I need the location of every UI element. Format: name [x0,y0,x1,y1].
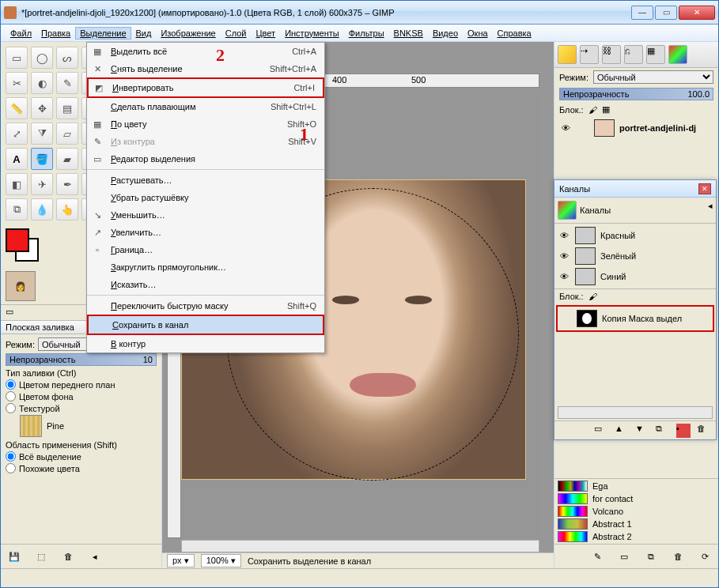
align-tool[interactable]: ▤ [56,97,78,119]
menu-item[interactable]: Убрать растушёвку [87,189,324,206]
area-opt-sim[interactable]: Похожие цвета [6,463,157,473]
ch-down-icon[interactable]: ▼ [635,424,649,438]
channel-mask-row[interactable]: Копия Маска выдел [556,305,714,332]
grad-item[interactable]: Volcano [558,506,715,517]
airbrush-tool[interactable]: ✈ [31,173,53,195]
channels-tab-icon[interactable]: ⇢ [580,45,599,64]
persp-tool[interactable]: ▱ [56,122,78,145]
refresh-grad-icon[interactable]: ⟳ [696,548,713,565]
ch-new-icon[interactable]: ▭ [594,424,608,438]
perspclone-tool[interactable]: ⧉ [6,198,28,220]
menu-item[interactable]: ↗Увеличить… [87,224,324,241]
lock-icon[interactable]: 🖌 [588,292,597,301]
channels-tab-menu-icon[interactable]: ◂ [708,201,713,220]
grad-item[interactable]: for contact [558,493,715,504]
measure-tool[interactable]: 📏 [6,97,28,119]
delete-icon[interactable]: 🗑 [59,548,77,565]
reset-icon[interactable]: ◂ [86,548,104,565]
menu-item[interactable]: ✕Снять выделениеShift+Ctrl+A [87,60,324,77]
menu-tools[interactable]: Инструменты [280,27,344,40]
eye-icon[interactable]: 👁 [559,123,572,133]
menu-windows[interactable]: Окна [463,27,493,40]
save-icon[interactable]: 💾 [6,548,23,565]
foreground-tool[interactable]: ◐ [31,72,53,94]
edit-grad-icon[interactable]: ✎ [588,548,606,565]
zoom-select[interactable]: 100% ▾ [201,554,241,567]
text-tool[interactable]: A [6,148,28,170]
menu-item[interactable]: ↘Уменьшить… [87,206,324,224]
menu-layer[interactable]: Слой [221,27,252,40]
undo-tab-icon[interactable]: ⎌ [624,45,643,64]
fill-opt-bg[interactable]: Цветом фона [6,391,157,401]
menu-item[interactable]: ▦Выделить всёCtrl+A [87,43,324,60]
ch-up-icon[interactable]: ▲ [615,424,629,438]
menu-item[interactable]: Закруглить прямоугольник… [87,258,324,276]
blur-tool[interactable]: 💧 [31,198,53,220]
eye-icon[interactable]: 👁 [558,231,570,240]
channel-red[interactable]: 👁Красный [558,225,713,246]
extra-tab-icon[interactable]: ▦ [646,45,665,64]
area-opt-all[interactable]: Всё выделение [6,451,157,462]
menu-item[interactable]: Исказить… [87,276,324,293]
lock-alpha-icon[interactable]: ▦ [602,104,610,115]
ch-sel-icon[interactable]: ▪ [676,424,691,438]
menu-select[interactable]: Выделение [75,27,131,40]
del-grad-icon[interactable]: 🗑 [669,548,687,565]
menu-item[interactable]: ▭Редактор выделения [87,150,324,168]
smudge-tool[interactable]: 👆 [56,198,78,220]
paths-tool[interactable]: ✎ [56,72,78,94]
layer-row[interactable]: 👁 portret-andjelini-dj [554,117,718,139]
rect-select-tool[interactable]: ▭ [6,47,28,69]
ch-dup-icon[interactable]: ⧉ [656,424,670,438]
channels-close-button[interactable]: ✕ [698,183,711,194]
ellipse-select-tool[interactable]: ◯ [31,47,53,69]
menu-item[interactable]: В контур [87,335,324,352]
opacity-slider[interactable]: Непрозрачность 10 [6,353,157,366]
gradient-tool[interactable]: ▰ [56,148,78,170]
menu-file[interactable]: Файл [6,27,36,40]
menu-item[interactable]: Переключить быструю маскуShift+Q [87,297,324,315]
channel-blue[interactable]: 👁Синий [558,266,713,287]
menu-edit[interactable]: Правка [36,27,75,40]
fg-color[interactable] [6,228,29,252]
fill-opt-fg[interactable]: Цветом переднего план [6,379,157,390]
menu-bnksb[interactable]: BNKSB [389,27,428,40]
new-grad-icon[interactable]: ▭ [615,548,633,565]
grad-item[interactable]: Abstract 1 [558,518,715,530]
menu-item[interactable]: ▫Граница… [87,241,324,258]
rgb-tab-icon[interactable] [668,45,687,64]
horizontal-scrollbar[interactable] [181,540,539,552]
layer-opacity-slider[interactable]: Непрозрачность100.0 [559,88,713,100]
menu-item[interactable]: ◩ИнвертироватьCtrl+I [89,79,323,96]
scissors-tool[interactable]: ✂ [6,72,28,94]
eraser-tool[interactable]: ◧ [6,173,28,195]
image-thumb[interactable]: 👩 [6,271,36,301]
close-button[interactable]: ✕ [679,6,715,20]
move-tool[interactable]: ✥ [31,97,53,119]
grad-item[interactable]: Ega [558,481,715,492]
unit-select[interactable]: px ▾ [167,554,195,567]
scale-tool[interactable]: ⤢ [6,122,28,145]
dup-grad-icon[interactable]: ⧉ [642,548,660,565]
menu-video[interactable]: Видео [428,27,463,40]
bucket-tool[interactable]: 🪣 [31,148,53,170]
eye-icon[interactable]: 👁 [558,251,570,261]
tab-tooloptions-icon[interactable]: ▭ [6,307,13,318]
menu-item[interactable]: ▦По цветуShift+O [87,115,324,133]
menu-color[interactable]: Цвет [251,27,280,40]
channels-scrollbar[interactable] [558,406,713,419]
menu-filters[interactable]: Фильтры [344,27,389,40]
minimize-button[interactable]: — [631,6,653,20]
menu-view[interactable]: Вид [131,27,157,40]
ink-tool[interactable]: ✒ [56,173,78,195]
eye-icon[interactable]: 👁 [558,272,570,281]
lasso-tool[interactable]: ᔕ [56,47,78,69]
menu-item[interactable]: Растушевать… [87,172,324,189]
maximize-button[interactable]: ▭ [655,6,677,20]
shear-tool[interactable]: ⧩ [31,122,53,145]
texture-swatch[interactable] [20,415,42,437]
fill-opt-tex[interactable]: Текстурой [6,403,157,413]
paths-tab-icon[interactable]: ⛓ [602,45,621,64]
grad-item[interactable]: Abstract 2 [558,531,715,542]
menu-item[interactable]: ✎Из контураShift+V [87,133,324,150]
